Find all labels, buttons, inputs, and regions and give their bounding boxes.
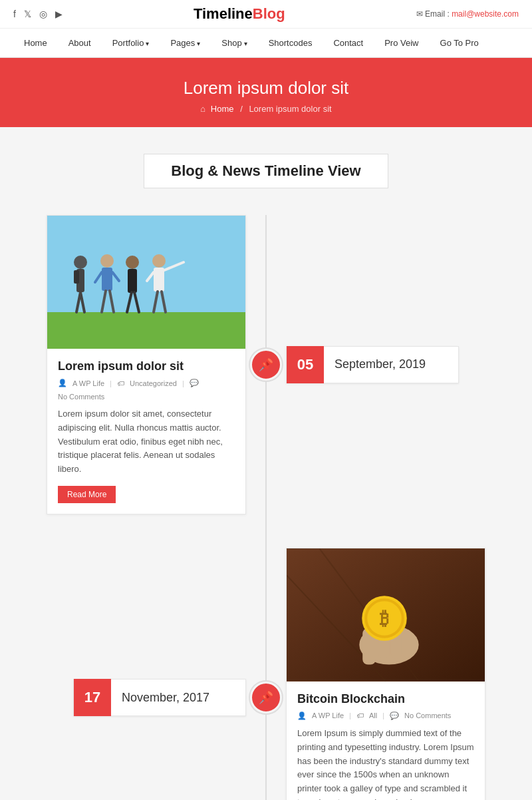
svg-rect-12 (128, 269, 137, 293)
comments-2: No Comments (404, 711, 451, 719)
svg-text:₿: ₿ (380, 608, 389, 629)
home-icon: ⌂ (200, 104, 205, 114)
card-excerpt-2: Lorem Ipsum is simply dummied text of th… (297, 727, 474, 800)
nav-item-shortcodes[interactable]: Shortcodes (258, 29, 323, 57)
author-icon-1: 👤 (58, 379, 67, 387)
svg-rect-4 (74, 270, 79, 284)
facebook-icon[interactable]: f (13, 9, 16, 19)
email-info: ✉ Email : mail@website.com (416, 9, 519, 19)
twitter-icon[interactable]: 𝕏 (24, 9, 31, 19)
pin-icon-2: 📌 (259, 690, 273, 705)
author-2: A WP Life (312, 711, 344, 719)
date-day-1: 05 (287, 346, 324, 383)
grass-bg (47, 312, 245, 349)
entry1-left-col: Lorem ipsum dolor sit 👤 A WP Life | 🏷 Un… (20, 215, 246, 514)
date-month-1: September, 2019 (324, 357, 436, 371)
nav-item-contact[interactable]: Contact (323, 29, 374, 57)
nav-item-proveiw[interactable]: Pro Veiw (374, 29, 429, 57)
timeline-pin-1: 📌 (250, 349, 282, 381)
entry1-center-col: 📌 (246, 349, 286, 381)
svg-line-13 (127, 292, 132, 312)
category-1: Uncategorized (130, 379, 177, 387)
nav-bar: Home About Portfolio▾ Pages▾ Shop▾ Short… (0, 29, 532, 58)
pin-icon-1: 📌 (259, 357, 273, 372)
hero-banner: Lorem ipsum dolor sit ⌂ Home / Lorem ips… (0, 58, 532, 127)
instagram-icon[interactable]: ◎ (39, 9, 47, 19)
breadcrumb-current: Lorem ipsum dolor sit (249, 104, 331, 114)
post-image-2: ₿ (287, 548, 485, 682)
svg-point-11 (126, 256, 139, 269)
timeline-entry-1: Lorem ipsum dolor sit 👤 A WP Life | 🏷 Un… (20, 215, 512, 514)
nav-item-portfolio[interactable]: Portfolio▾ (102, 29, 160, 57)
svg-line-20 (162, 292, 166, 312)
svg-line-18 (147, 272, 154, 281)
category-2: All (369, 711, 377, 719)
card-body-2: Bitcoin Blockchain 👤 A WP Life | 🏷 All |… (287, 682, 485, 800)
breadcrumb-home[interactable]: Home (211, 104, 234, 114)
social-icons: f 𝕏 ◎ ▶ (13, 9, 63, 19)
svg-point-15 (152, 254, 166, 268)
comment-icon-2: 💬 (390, 711, 399, 720)
category-icon-1: 🏷 (117, 379, 124, 387)
logo-blog: Blog (253, 5, 285, 22)
shop-dropdown-arrow: ▾ (244, 40, 247, 47)
timeline-entry-2: 17 November, 2017 📌 (20, 548, 512, 800)
date-month-2: November, 2017 (111, 691, 220, 705)
main-content: Blog & News Timeline View (0, 127, 532, 800)
top-bar: f 𝕏 ◎ ▶ TimelineBlog ✉ Email : mail@webs… (0, 0, 532, 29)
comment-icon-1: 💬 (190, 379, 199, 387)
timeline: Lorem ipsum dolor sit 👤 A WP Life | 🏷 Un… (20, 215, 512, 800)
svg-rect-28 (402, 630, 412, 658)
bitcoin-svg: ₿ (287, 548, 485, 682)
entry1-right-col: 05 September, 2019 (286, 346, 512, 383)
date-badge-1: 05 September, 2019 (286, 346, 459, 383)
hero-title: Lorem ipsum dolor sit (13, 78, 519, 99)
svg-rect-16 (154, 268, 164, 292)
post-image-1 (47, 216, 245, 349)
svg-line-3 (80, 292, 84, 312)
email-link[interactable]: mail@website.com (452, 9, 519, 19)
section-title-wrap: Blog & News Timeline View (20, 154, 512, 188)
breadcrumb: ⌂ Home / Lorem ipsum dolor sit (13, 104, 519, 114)
card-body-1: Lorem ipsum dolor sit 👤 A WP Life | 🏷 Un… (47, 349, 245, 514)
breadcrumb-separator: / (240, 104, 243, 114)
timeline-pin-2: 📌 (250, 682, 282, 713)
svg-point-5 (100, 254, 114, 268)
date-badge-2: 17 November, 2017 (73, 679, 246, 716)
svg-line-10 (110, 291, 114, 312)
entry2-left-col: 17 November, 2017 (20, 679, 246, 716)
card-title-1: Lorem ipsum dolor sit (58, 359, 235, 373)
nav-item-gotopro[interactable]: Go To Pro (430, 29, 489, 57)
card-excerpt-1: Lorem ipsum dolor sit amet, consectetur … (58, 407, 235, 477)
svg-line-7 (95, 272, 102, 282)
logo-timeline: Timeline (194, 5, 253, 22)
svg-line-9 (102, 291, 106, 312)
post-card-2: ₿ Bitcoin Blockchain 👤 A WP Life | 🏷 All… (286, 548, 485, 800)
svg-line-17 (164, 262, 184, 270)
read-more-button-1[interactable]: Read More (58, 486, 116, 503)
hiking-people-svg (61, 229, 220, 315)
svg-rect-6 (102, 268, 112, 291)
youtube-icon[interactable]: ▶ (55, 9, 63, 19)
category-icon-2: 🏷 (356, 711, 364, 719)
entry2-center-col: 📌 (246, 682, 286, 713)
svg-point-0 (74, 256, 87, 269)
nav-item-shop[interactable]: Shop▾ (211, 29, 257, 57)
svg-line-8 (112, 272, 119, 281)
section-title: Blog & News Timeline View (144, 154, 388, 188)
card-meta-2: 👤 A WP Life | 🏷 All | 💬 No Comments (297, 711, 474, 720)
portfolio-dropdown-arrow: ▾ (146, 40, 149, 47)
entry2-right-col: ₿ Bitcoin Blockchain 👤 A WP Life | 🏷 All… (286, 548, 512, 800)
card-meta-1: 👤 A WP Life | 🏷 Uncategorized | 💬 No Com… (58, 379, 235, 401)
nav-item-about[interactable]: About (58, 29, 102, 57)
envelope-icon: ✉ (416, 9, 423, 19)
logo: TimelineBlog (194, 5, 285, 22)
svg-line-14 (134, 292, 139, 312)
nav-item-home[interactable]: Home (13, 29, 58, 57)
card-title-2: Bitcoin Blockchain (297, 692, 474, 706)
comments-1: No Comments (58, 393, 104, 401)
date-day-2: 17 (74, 679, 111, 716)
svg-line-19 (154, 292, 158, 312)
author-icon-2: 👤 (297, 711, 307, 720)
nav-item-pages[interactable]: Pages▾ (160, 29, 211, 57)
